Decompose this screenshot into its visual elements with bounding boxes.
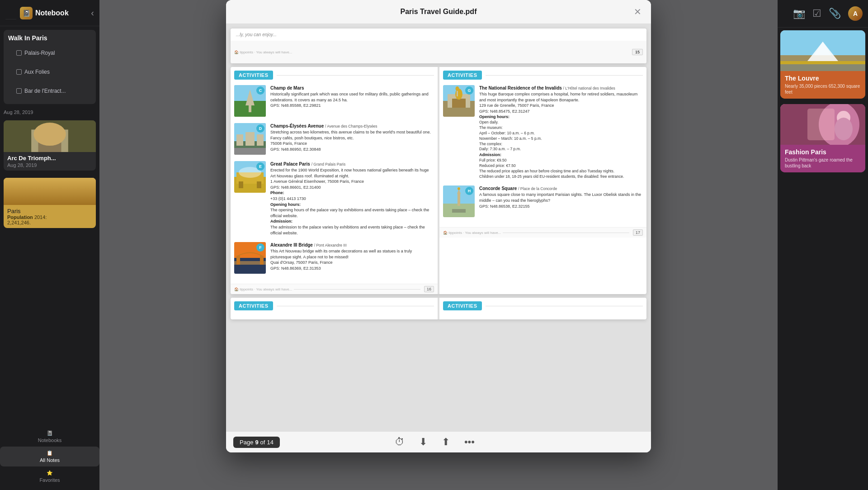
activity-invalides: G The National Residence of the Invalids… bbox=[443, 85, 643, 179]
pdf-page-18-partial: ACTIVITIES ACTIVITIES bbox=[231, 298, 646, 319]
sidebar-item-favorites[interactable]: ⭐ Favorites bbox=[0, 466, 99, 486]
alexandre-bridge-image: F bbox=[234, 242, 266, 274]
champs-elysees-addr: 75008 Paris, France bbox=[270, 141, 434, 147]
champ-de-mars-info: Champ de Mars Historically significant p… bbox=[270, 85, 434, 117]
pdf-close-button[interactable]: ✕ bbox=[631, 5, 644, 18]
paris-card-population: 2,241,246. bbox=[7, 220, 92, 225]
pdf-page-18: ACTIVITIES ACTIVITIES bbox=[231, 298, 646, 319]
page-17-logo: 🏠 tippoints · You always will have... bbox=[443, 231, 501, 235]
back-button[interactable]: ‹ bbox=[91, 8, 94, 18]
activities-badge-18-right: ACTIVITIES bbox=[443, 301, 482, 310]
share-icon: ⬆ bbox=[442, 436, 450, 448]
page-17-number: 17 bbox=[633, 229, 643, 236]
toolbar-download-button[interactable]: ⬇ bbox=[419, 436, 427, 448]
download-icon: ⬇ bbox=[419, 436, 427, 448]
alexandre-bridge-info: Alexandre III Bridge / Pont Alexandre II… bbox=[270, 242, 434, 274]
toolbar-share-button[interactable]: ⬆ bbox=[442, 436, 450, 448]
checklist-icon[interactable]: ☑ bbox=[812, 8, 821, 19]
checkbox-2[interactable] bbox=[16, 69, 22, 75]
invalides-admission-2: The reduced price applies an hour before… bbox=[479, 169, 643, 174]
notebook-app-icon: 📓 bbox=[20, 7, 33, 19]
fashion-card-content: Fashion Paris Dustin Pittman's gaze roam… bbox=[780, 145, 865, 172]
pdf-page-indicator: Page 9 of 14 bbox=[233, 437, 280, 448]
grand-palais-name: Great Palace Paris / Grand Palais Paris bbox=[270, 161, 434, 167]
camera-icon[interactable]: 📷 bbox=[793, 8, 805, 19]
walk-in-paris-date: Aug 28, 2019 bbox=[4, 109, 96, 115]
pdf-pages-16-17: ACTIVITIES bbox=[231, 67, 646, 294]
champs-elysees-image: D bbox=[234, 123, 266, 155]
sidebar-logo: 📓 Notebook bbox=[20, 7, 69, 19]
louvre-image bbox=[780, 30, 865, 71]
page-17-footer-line bbox=[503, 233, 629, 233]
svg-rect-8 bbox=[236, 134, 243, 146]
svg-point-27 bbox=[456, 86, 459, 91]
grand-palais-admission: The admission to the palace varies by ex… bbox=[270, 224, 434, 236]
grand-palais-desc: Erected for the 1900 World Exposition, i… bbox=[270, 167, 434, 179]
sidebar-item-notebooks[interactable]: 📓 Notebooks bbox=[0, 427, 99, 447]
toolbar-clock-button[interactable]: ⏱ bbox=[395, 436, 405, 448]
favorites-label: Favorites bbox=[39, 477, 60, 483]
page-16-number: 16 bbox=[424, 286, 434, 292]
grand-palais-phone-label: Phone: bbox=[270, 190, 434, 196]
grand-palais-image: E bbox=[234, 161, 266, 193]
activities-line-left bbox=[277, 75, 434, 76]
concorde-info: Concorde Square / Place de la Concorde A… bbox=[479, 186, 643, 217]
page-current: 9 bbox=[255, 439, 258, 446]
check-item-3: Bar de l'Entract... bbox=[12, 83, 88, 99]
grid-icon[interactable] bbox=[5, 6, 16, 19]
paris-card-top bbox=[4, 178, 96, 205]
check-item-1: Palais-Royal bbox=[12, 45, 88, 61]
activities-content: ACTIVITIES bbox=[231, 67, 646, 294]
activities-line-18-right bbox=[486, 306, 643, 306]
check-item-2-label: Aux Folies bbox=[24, 69, 50, 75]
left-activities: C Champ de Mars Historically significant… bbox=[231, 85, 438, 284]
grand-palais-info: Great Palace Paris / Grand Palais Paris … bbox=[270, 161, 434, 236]
check-item-1-label: Palais-Royal bbox=[24, 50, 55, 56]
louvre-title: The Louvre bbox=[785, 75, 861, 82]
check-item-2: Aux Folies bbox=[12, 64, 88, 80]
louvre-card[interactable]: The Louvre Nearly 35,000 pieces 652,300 … bbox=[780, 30, 865, 99]
fashion-paris-card[interactable]: Fashion Paris Dustin Pittman's gaze roam… bbox=[780, 104, 865, 172]
invalides-hours-2: April – October: 10 a.m. – 6 p.m. bbox=[479, 131, 643, 136]
page-16: ACTIVITIES bbox=[231, 67, 439, 294]
svg-rect-33 bbox=[452, 209, 466, 213]
checkbox-1[interactable] bbox=[16, 50, 22, 56]
paris-card-content: Paris Population 2014: 2,241,246. bbox=[4, 205, 96, 228]
pdf-title: Paris Travel Guide.pdf bbox=[246, 8, 631, 16]
sidebar-item-all-notes[interactable]: 📋 All Notes bbox=[0, 447, 99, 466]
grand-palais-addr: 1 Avenue Général Eisenhower, 75008 Paris… bbox=[270, 179, 434, 185]
activity-concorde: H Concorde Square / Place de la Concorde… bbox=[443, 186, 643, 217]
paris-card[interactable]: Paris Population 2014: 2,241,246. bbox=[4, 178, 96, 228]
attachment-icon[interactable]: 📎 bbox=[829, 8, 841, 19]
partial-page-text: ...ly, you can enjoy... bbox=[231, 29, 646, 41]
activity-alexandre-bridge: F Alexandre III Bridge / Pont Alexandre … bbox=[234, 242, 434, 274]
concorde-gps: GPS: N48.86538, E2.32155 bbox=[479, 204, 643, 209]
walk-in-paris-card[interactable]: Walk In Paris Palais-Royal Aux Folies Ba… bbox=[4, 30, 96, 104]
activity-grand-palais: E Great Palace Paris / Grand Palais Pari… bbox=[234, 161, 434, 236]
toolbar-more-button[interactable]: ••• bbox=[464, 436, 475, 448]
invalides-admission-3: Children under 18, 18-25 years old EU-re… bbox=[479, 174, 643, 180]
invalides-image: G bbox=[443, 85, 475, 117]
activity-champs-elysees: D Champs-Élysées Avenue / Avenue des Cha… bbox=[234, 123, 434, 155]
pdf-content[interactable]: ...ly, you can enjoy... 🏠 tippoints · Yo… bbox=[226, 24, 651, 431]
arc-de-triomphe-card[interactable]: Arc De Triomph... Aug 28, 2019 bbox=[4, 120, 96, 171]
page15-footer-logo: 🏠 tippoints · You always will have... bbox=[234, 50, 292, 54]
grand-palais-badge: E bbox=[256, 162, 264, 171]
clock-icon: ⏱ bbox=[395, 436, 405, 448]
checkbox-3[interactable] bbox=[16, 88, 22, 94]
invalides-hours-3: November – March: 10 a.m. – 5 p.m. bbox=[479, 136, 643, 142]
svg-rect-39 bbox=[780, 61, 865, 64]
pdf-toolbar: Page 9 of 14 ⏱ ⬇ ⬆ ••• bbox=[226, 431, 651, 452]
activities-page: ACTIVITIES bbox=[231, 67, 646, 294]
svg-rect-30 bbox=[458, 192, 460, 206]
concorde-image: H bbox=[443, 186, 475, 217]
invalides-gps: GPS: N48.85475, E2.31247 bbox=[479, 109, 643, 114]
louvre-card-content: The Louvre Nearly 35,000 pieces 652,300 … bbox=[780, 71, 865, 99]
activities-header-18-left: ACTIVITIES bbox=[231, 298, 438, 314]
pdf-modal-header: Paris Travel Guide.pdf ✕ bbox=[226, 0, 651, 24]
invalides-admission-0: Full price: €9.50 bbox=[479, 158, 643, 163]
page-18-content: ACTIVITIES ACTIVITIES bbox=[231, 298, 646, 319]
user-avatar[interactable]: A bbox=[848, 6, 863, 21]
svg-rect-42 bbox=[807, 109, 835, 140]
grand-palais-admission-label: Admission: bbox=[270, 219, 434, 224]
